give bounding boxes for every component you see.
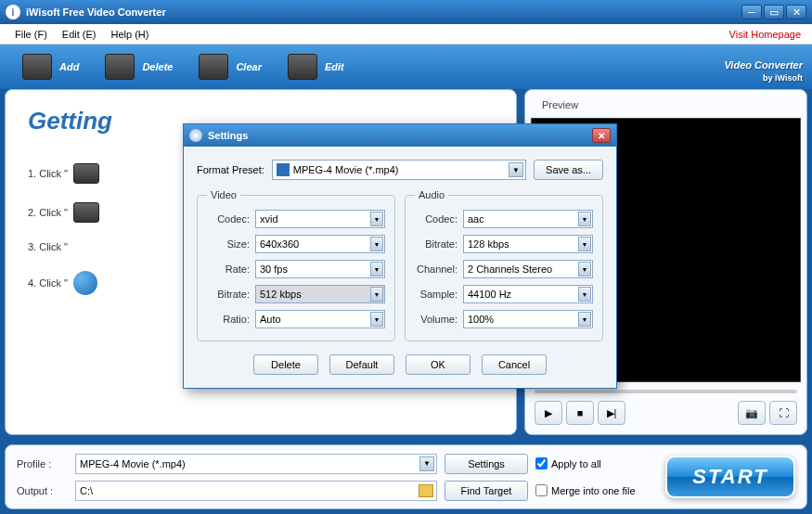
merge-checkbox[interactable]: Merge into one file bbox=[535, 484, 647, 496]
app-title: iWisoft Free Video Converter bbox=[26, 6, 741, 18]
start-button[interactable]: START bbox=[665, 456, 795, 498]
step-start-icon bbox=[73, 271, 97, 295]
menu-edit[interactable]: Edit (E) bbox=[55, 27, 104, 42]
brand-logo: Video Converterby iWisoft bbox=[724, 52, 803, 83]
audio-group: Audio Codec:aac▼ Bitrate:128 kbps▼ Chann… bbox=[405, 189, 603, 341]
toolbar: Add Delete Clear Edit Video Converterby … bbox=[0, 45, 812, 89]
fullscreen-button[interactable]: ⛶ bbox=[769, 401, 797, 425]
menubar: File (F) Edit (E) Help (H) Visit Homepag… bbox=[0, 24, 812, 45]
format-preset-label: Format Preset: bbox=[197, 164, 264, 175]
minimize-button[interactable]: ─ bbox=[741, 5, 762, 19]
chevron-down-icon: ▼ bbox=[509, 162, 523, 177]
maximize-button[interactable]: ▭ bbox=[764, 5, 784, 19]
dialog-close-button[interactable]: ✕ bbox=[592, 128, 611, 143]
apply-to-all-checkbox[interactable]: Apply to all bbox=[535, 457, 647, 469]
output-path-input[interactable]: C:\ bbox=[75, 481, 437, 501]
settings-button[interactable]: Settings bbox=[445, 454, 528, 474]
video-ratio-combo[interactable]: Auto▼ bbox=[255, 310, 385, 328]
delete-button[interactable]: Delete bbox=[92, 48, 186, 85]
visit-homepage-link[interactable]: Visit Homepage bbox=[729, 29, 805, 40]
audio-codec-combo[interactable]: aac▼ bbox=[463, 210, 593, 228]
profile-combo[interactable]: MPEG-4 Movie (*.mp4)▼ bbox=[75, 454, 437, 474]
audio-channel-combo[interactable]: 2 Channels Stereo▼ bbox=[463, 260, 593, 278]
dialog-delete-button[interactable]: Delete bbox=[253, 354, 318, 375]
profile-label: Profile : bbox=[17, 458, 68, 469]
gear-icon bbox=[189, 129, 202, 142]
video-size-combo[interactable]: 640x360▼ bbox=[255, 235, 385, 253]
dialog-titlebar[interactable]: Settings ✕ bbox=[184, 124, 616, 147]
clear-icon bbox=[199, 54, 228, 80]
dialog-title: Settings bbox=[208, 130, 248, 141]
chevron-down-icon: ▼ bbox=[419, 456, 434, 471]
audio-volume-combo[interactable]: 100%▼ bbox=[463, 310, 593, 328]
stop-button[interactable]: ■ bbox=[566, 401, 594, 425]
video-codec-combo[interactable]: xvid▼ bbox=[255, 210, 385, 228]
audio-sample-combo[interactable]: 44100 Hz▼ bbox=[463, 285, 593, 303]
snapshot-button[interactable]: 📷 bbox=[738, 401, 766, 425]
dialog-cancel-button[interactable]: Cancel bbox=[482, 354, 547, 375]
close-button[interactable]: ✕ bbox=[786, 5, 806, 19]
menu-help[interactable]: Help (H) bbox=[104, 27, 157, 42]
audio-bitrate-combo[interactable]: 128 kbps▼ bbox=[463, 235, 593, 253]
preview-tab[interactable]: Preview bbox=[531, 96, 801, 114]
format-preset-combo[interactable]: MPEG-4 Movie (*.mp4) ▼ bbox=[272, 160, 526, 180]
find-target-button[interactable]: Find Target bbox=[445, 481, 528, 501]
edit-button[interactable]: Edit bbox=[275, 48, 357, 85]
video-rate-combo[interactable]: 30 fps▼ bbox=[255, 260, 385, 278]
video-bitrate-combo[interactable]: 512 kbps▼ bbox=[255, 285, 385, 303]
app-logo-icon: i bbox=[6, 5, 20, 19]
clear-button[interactable]: Clear bbox=[186, 48, 275, 85]
folder-icon bbox=[419, 484, 433, 497]
add-button[interactable]: Add bbox=[9, 48, 92, 85]
file-icon bbox=[277, 163, 290, 176]
dialog-ok-button[interactable]: OK bbox=[406, 354, 470, 375]
video-group: Video Codec:xvid▼ Size:640x360▼ Rate:30 … bbox=[197, 189, 395, 341]
save-as-button[interactable]: Save as... bbox=[534, 160, 603, 180]
menu-file[interactable]: File (F) bbox=[7, 27, 55, 42]
add-icon bbox=[22, 54, 52, 80]
output-label: Output : bbox=[17, 485, 68, 496]
dialog-default-button[interactable]: Default bbox=[329, 354, 394, 375]
delete-icon bbox=[105, 54, 135, 80]
settings-dialog: Settings ✕ Format Preset: MPEG-4 Movie (… bbox=[183, 123, 617, 389]
next-button[interactable]: ▶| bbox=[598, 401, 625, 425]
seek-slider[interactable] bbox=[535, 390, 797, 393]
titlebar: i iWisoft Free Video Converter ─ ▭ ✕ bbox=[0, 0, 812, 24]
play-button[interactable]: ▶ bbox=[535, 401, 562, 425]
step-edit-icon bbox=[73, 202, 99, 223]
bottom-bar: Profile : MPEG-4 Movie (*.mp4)▼ Settings… bbox=[5, 444, 807, 509]
step-add-icon bbox=[73, 163, 99, 184]
edit-icon bbox=[288, 54, 317, 80]
